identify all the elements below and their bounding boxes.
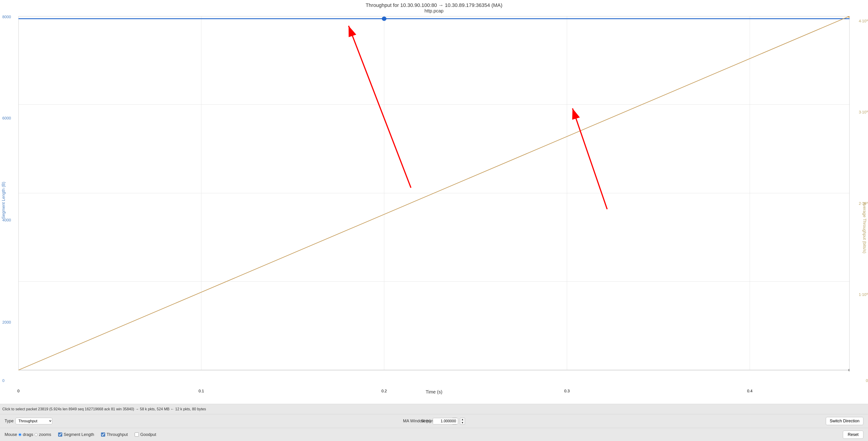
checkboxes-bar: Mouse drags zooms Segment Length Through… (0, 428, 868, 441)
ma-window-input[interactable] (433, 418, 458, 424)
svg-line-16 (572, 108, 607, 209)
y-tick-left-6000: 6000 (2, 116, 11, 121)
throughput-checkbox-group: Throughput (101, 432, 128, 437)
svg-point-11 (382, 17, 386, 21)
y-tick-left-0: 0 (2, 378, 4, 383)
x-tick-03: 0.3 (564, 389, 570, 393)
switch-direction-button[interactable]: Switch Direction (826, 417, 863, 425)
status-text: Click to select packet 23819 (5.924s len… (2, 407, 206, 411)
segment-length-checkbox[interactable] (58, 433, 62, 437)
ma-window-label: MA Window (s) (403, 419, 431, 423)
y-axis-right-ticks: 4·10⁹ 3·10⁹ 2·10⁹ 1·10⁹ 0 (849, 16, 868, 381)
y-tick-right-2e9: 2·10⁹ (859, 201, 868, 206)
y-tick-left-2000: 2000 (2, 320, 11, 325)
segment-length-checkbox-group: Segment Length (58, 432, 94, 437)
segment-length-label: Segment Length (64, 432, 94, 437)
y-tick-right-1e9: 1·10⁹ (859, 292, 868, 297)
chart-plot-area[interactable]: 8000 6000 4000 2000 0 4·10⁹ 3·10⁹ 2·10⁹ … (19, 16, 849, 381)
chart-svg[interactable] (19, 16, 849, 381)
y-tick-right-3e9: 3·10⁹ (859, 110, 868, 115)
reset-button[interactable]: Reset (843, 431, 863, 439)
x-tick-0: 0 (17, 389, 19, 393)
goodput-checkbox[interactable] (135, 433, 139, 437)
bottom-bars: Click to select packet 23819 (5.924s len… (0, 404, 868, 441)
throughput-checkbox[interactable] (101, 433, 105, 437)
ma-window-spinner[interactable]: ▲ ▼ (460, 418, 465, 424)
mouse-drags-label: drags (23, 432, 33, 437)
svg-line-15 (349, 26, 411, 188)
type-label: Type (5, 419, 13, 423)
y-tick-left-8000: 8000 (2, 15, 11, 20)
x-axis-label: Time (s) (426, 389, 442, 395)
ma-window-group: MA Window (s) ▲ ▼ (403, 418, 465, 424)
type-control-group: Type Throughput Goodput Segment Length (5, 418, 52, 424)
svg-point-17 (848, 369, 849, 371)
x-tick-04: 0.4 (747, 389, 753, 393)
controls-bar: Type Throughput Goodput Segment Length M… (0, 414, 868, 428)
y-tick-right-4e9: 4·10⁹ (859, 19, 868, 24)
chart-area: Throughput for 10.30.90.100:80 → 10.30.8… (0, 0, 868, 404)
throughput-label: Throughput (106, 432, 128, 437)
chart-title: Throughput for 10.30.90.100:80 → 10.30.8… (0, 0, 868, 8)
mouse-label: Mouse (5, 432, 17, 437)
x-tick-01: 0.1 (198, 389, 204, 393)
goodput-label: Goodput (140, 432, 156, 437)
mouse-zooms-radio[interactable] (35, 433, 38, 436)
chart-subtitle: http.pcap (0, 8, 868, 13)
y-axis-left-ticks: 8000 6000 4000 2000 0 (2, 16, 19, 381)
ma-window-up[interactable]: ▲ (460, 418, 465, 421)
mouse-zooms-label: zooms (39, 432, 51, 437)
mouse-drags-radio[interactable] (19, 433, 22, 436)
x-tick-02: 0.2 (381, 389, 387, 393)
status-bar: Click to select packet 23819 (5.924s len… (0, 404, 868, 414)
y-tick-right-0: 0 (866, 378, 868, 383)
type-select[interactable]: Throughput Goodput Segment Length (16, 418, 52, 424)
goodput-checkbox-group: Goodput (135, 432, 156, 437)
svg-point-13 (848, 16, 849, 18)
ma-window-down[interactable]: ▼ (460, 421, 465, 424)
mouse-radio-group: Mouse drags zooms (5, 432, 51, 437)
y-tick-left-4000: 4000 (2, 218, 11, 223)
